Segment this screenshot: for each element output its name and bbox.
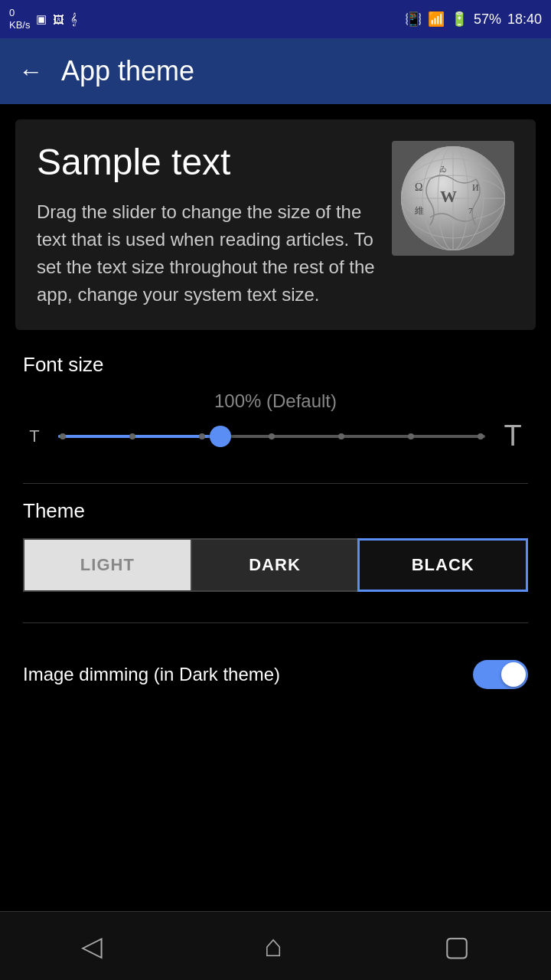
preview-text-block: Sample text Drag the slider to change th… (37, 141, 377, 309)
sim-icon: ▣ (36, 12, 47, 26)
sample-body: Drag the slider to change the size of th… (37, 198, 377, 309)
t-small: T (23, 426, 46, 446)
svg-text:7: 7 (468, 206, 473, 215)
battery-percent: 57% (474, 11, 501, 28)
app-bar: ← App theme (0, 38, 551, 104)
font-size-slider-wrapper (58, 421, 485, 452)
font-size-section: Font size 100% (Default) T T (0, 330, 551, 468)
slider-row: T T (23, 420, 528, 452)
toggle-knob (501, 662, 526, 687)
kb-label: 0 KB/s (9, 7, 30, 31)
nav-bar: ◁ ⌂ ▢ (0, 911, 551, 980)
t-large: T (497, 420, 528, 452)
sample-title: Sample text (37, 141, 377, 183)
svg-text:И: И (472, 182, 479, 193)
image-dimming-toggle[interactable] (473, 660, 528, 689)
theme-section: Theme LIGHT DARK BLACK (0, 499, 551, 607)
svg-text:ゐ: ゐ (439, 165, 447, 173)
page-title: App theme (61, 55, 194, 87)
status-right: 📳 📶 🔋 57% 18:40 (405, 11, 542, 28)
image-icon: 🖼 (53, 13, 64, 26)
divider-2 (23, 622, 528, 623)
nav-home-button[interactable]: ⌂ (264, 929, 282, 963)
nav-recents-button[interactable]: ▢ (444, 930, 470, 962)
battery-icon: 🔋 (451, 11, 468, 28)
svg-text:Ω: Ω (415, 181, 422, 193)
wifi-icon: 📶 (428, 11, 445, 28)
theme-buttons: LIGHT DARK BLACK (23, 538, 528, 592)
theme-label: Theme (23, 499, 528, 523)
divider-1 (23, 483, 528, 484)
vibrate-icon: 📳 (405, 11, 422, 28)
svg-text:W: W (440, 187, 457, 206)
status-left: 0 KB/s ▣ 🖼 𝄞 (9, 7, 77, 31)
music-icon: 𝄞 (70, 12, 77, 26)
image-dimming-section: Image dimming (in Dark theme) (0, 639, 551, 710)
back-button[interactable]: ← (18, 57, 43, 86)
image-dimming-label: Image dimming (in Dark theme) (23, 664, 280, 685)
wikipedia-globe: W Ω 維 И 7 ゐ (392, 141, 514, 256)
font-size-label: Font size (23, 353, 528, 377)
font-size-value: 100% (Default) (23, 390, 528, 412)
preview-card: Sample text Drag the slider to change th… (15, 119, 536, 330)
black-theme-button[interactable]: BLACK (357, 538, 528, 592)
nav-back-button[interactable]: ◁ (81, 930, 103, 962)
svg-text:維: 維 (414, 205, 424, 216)
light-theme-button[interactable]: LIGHT (23, 538, 191, 592)
clock: 18:40 (507, 11, 542, 28)
status-bar: 0 KB/s ▣ 🖼 𝄞 📳 📶 🔋 57% 18:40 (0, 0, 551, 38)
dark-theme-button[interactable]: DARK (191, 538, 358, 592)
